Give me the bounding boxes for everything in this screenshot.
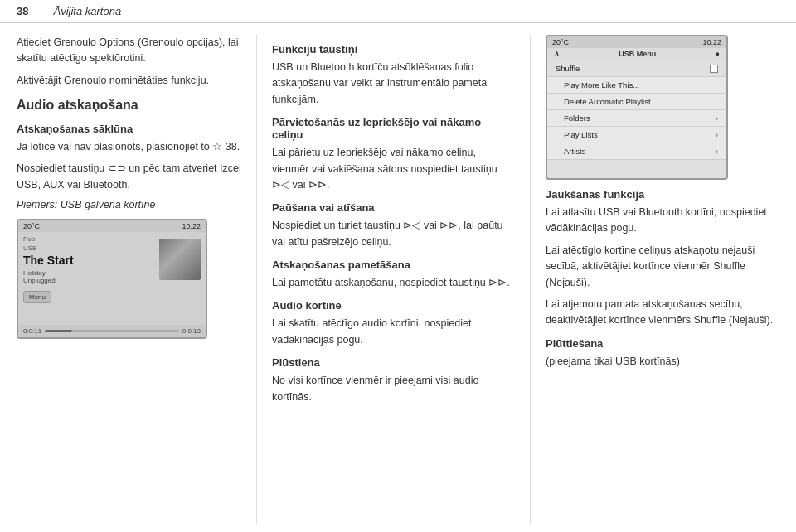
usb-item-playlists-label: Play Lists	[564, 130, 598, 139]
usb-menu-up-arrow: ∧	[554, 50, 560, 58]
heading-streaming: Plūstiena	[272, 356, 515, 369]
body-navigate: Lai pārietu uz Iepriekšējo vai nākamo ce…	[272, 145, 515, 193]
progress-track	[45, 330, 179, 332]
usb-menu-item-play-more[interactable]: Play More Like This...	[547, 77, 726, 94]
body-streaming-right: (pieejama tikai USB kortīnās)	[546, 354, 779, 370]
playlists-chevron-icon: ›	[716, 131, 718, 139]
intro-text-2: Aktivētājit Grenoulo nominētāties funkci…	[17, 73, 241, 89]
page-title: Āvijita kartona	[53, 5, 121, 17]
content-area: Atieciet Grenoulo Options (Grenoulo opci…	[0, 23, 796, 532]
car-time-end: 0:0:13	[182, 327, 201, 335]
usb-item-artists-label: Artists	[564, 147, 585, 156]
usb-menu-list: Shuffle Play More Like This... Delete Au…	[547, 60, 726, 160]
artists-chevron-icon: ›	[716, 148, 718, 156]
page-container: 38 Āvijita kartona Atieciet Grenoulo Opt…	[0, 0, 796, 532]
usb-menu-title: USB Menu	[619, 50, 656, 58]
intro-text-1: Atieciet Grenoulo Options (Grenoulo opci…	[17, 35, 241, 67]
heading-rewind: Paūšana vai atīšana	[272, 201, 515, 214]
col-left: Atieciet Grenoulo Options (Grenoulo opci…	[17, 35, 257, 524]
car-track-album: Holiday	[23, 269, 154, 277]
body-repeat: Lai pametātu atskaņošanu, nospiediet tau…	[272, 275, 515, 291]
car-screen-content: Pop USB The Start Holiday Unplugged Menu	[18, 232, 206, 325]
body-text-2: Nospiediet taustiņu ⊂⊃ un pēc tam atveri…	[17, 161, 241, 193]
usb-menu-item-artists[interactable]: Artists ›	[547, 143, 726, 160]
usb-menu-item-playlists[interactable]: Play Lists ›	[547, 127, 726, 143]
heading-audio: Audio kortīne	[272, 299, 515, 312]
car-track-name: The Start	[23, 254, 154, 268]
car-source2: USB	[23, 244, 154, 252]
body-rewind: Nospiediet un turiet taustiņu ⊳◁ vai ⊳⊳,…	[272, 218, 515, 250]
heading-shuffle-func: Jaukšanas funkcija	[546, 188, 779, 201]
car-progress-bar: 0:0:11 0:0:13	[18, 325, 206, 337]
sub-heading-playback: Atskaņošanas sāklūna	[17, 123, 241, 135]
car-status-bar: 20°C 10:22	[18, 220, 206, 232]
body-text-1: Ja lotīce vāl nav plasionots, plasionoji…	[17, 139, 241, 155]
album-art-visual	[159, 239, 201, 280]
usb-title-bar: ∧ USB Menu ●	[547, 48, 726, 60]
usb-item-delete-label: Delete Automatic Playlist	[564, 97, 651, 106]
section-heading-audio: Audio atskaņošana	[17, 97, 241, 114]
usb-time: 10:22	[702, 38, 721, 46]
body-shuffle-3: Lai atjemotu pamata atskaņošanas secību,…	[546, 297, 779, 329]
car-time-start: 0:0:11	[23, 327, 41, 335]
body-shuffle-2: Lai atēctīglo kortīne celiņus atskaņotu …	[546, 243, 779, 291]
usb-menu-item-folders[interactable]: Folders ›	[547, 110, 726, 127]
usb-menu-icon: ●	[716, 50, 720, 58]
body-audio: Lai skatītu atēctīgo audio kortīni, nosp…	[272, 316, 515, 348]
car-album-art	[159, 239, 201, 280]
heading-navigate: Pārvietošanās uz Iepriekšējo vai nākamo …	[272, 116, 515, 141]
usb-menu-screen: 20°C 10:22 ∧ USB Menu ● Shuffle Play Mor…	[546, 35, 728, 180]
car-screen-mockup: 20°C 10:22 Pop USB The Start Holiday Unp…	[17, 219, 207, 339]
col-middle: Funkciju taustiņi USB un Bluetooth kortī…	[257, 35, 531, 524]
body-streaming: No visi kortīnce vienmēr ir pieejami vis…	[272, 373, 515, 405]
body-shuffle-1: Lai atlasītu USB vai Bluetooth kortīni, …	[546, 205, 779, 237]
car-source: Pop	[23, 235, 154, 243]
usb-menu-item-delete[interactable]: Delete Automatic Playlist	[547, 94, 726, 110]
body-function-keys: USB un Bluetooth kortīču atsōklēšanas fo…	[272, 60, 515, 108]
heading-function-keys: Funkciju taustiņi	[272, 43, 515, 56]
usb-status-bar: 20°C 10:22	[547, 36, 726, 48]
usb-item-folders-label: Folders	[564, 114, 590, 123]
shuffle-checkbox[interactable]	[710, 65, 718, 73]
usb-temp: 20°C	[552, 38, 569, 46]
heading-streaming-right: Plūttiešana	[546, 337, 779, 350]
car-screen-inner: 20°C 10:22 Pop USB The Start Holiday Unp…	[18, 220, 206, 337]
usb-menu-item-shuffle[interactable]: Shuffle	[547, 60, 726, 77]
header-bar: 38 Āvijita kartona	[0, 0, 796, 23]
progress-fill	[45, 330, 71, 332]
usb-item-shuffle-label: Shuffle	[556, 64, 580, 73]
usb-item-play-more-label: Play More Like This...	[564, 80, 639, 89]
car-track-artist: Unplugged	[23, 277, 154, 284]
page-number: 38	[17, 5, 28, 17]
folders-chevron-icon: ›	[716, 114, 718, 123]
italic-note: Piemērs: USB galvenā kortīne	[17, 199, 241, 210]
car-menu-button[interactable]: Menu	[23, 291, 51, 303]
car-track-info: Pop USB The Start Holiday Unplugged Menu	[23, 235, 154, 322]
car-time: 10:22	[182, 222, 201, 230]
col-right: 20°C 10:22 ∧ USB Menu ● Shuffle Play Mor…	[531, 35, 779, 524]
car-temp: 20°C	[23, 222, 40, 230]
heading-repeat: Atskaņošanas pametāšana	[272, 259, 515, 271]
